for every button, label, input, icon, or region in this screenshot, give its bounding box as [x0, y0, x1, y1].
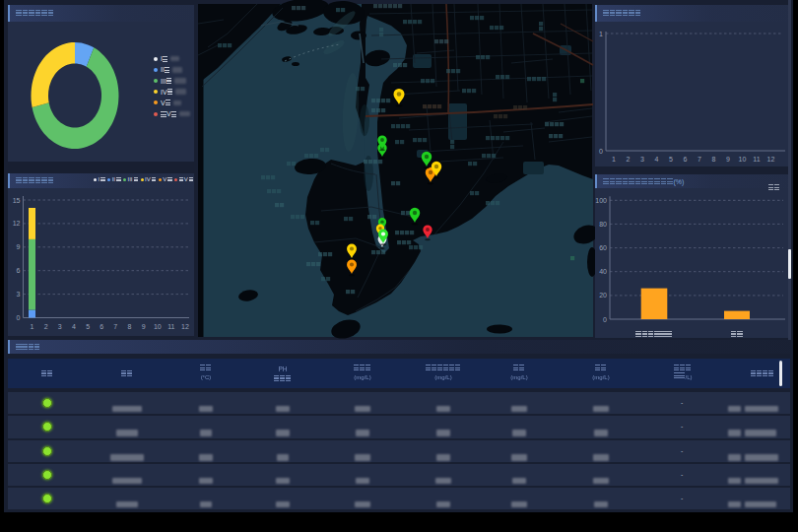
- svg-text:11: 11: [167, 323, 174, 330]
- svg-text:60: 60: [599, 244, 607, 251]
- svg-text:9: 9: [17, 243, 21, 250]
- svg-text:4: 4: [655, 156, 659, 163]
- svg-text:1: 1: [599, 31, 603, 37]
- svg-text:8: 8: [128, 323, 132, 330]
- svg-text:20: 20: [599, 292, 607, 299]
- svg-text:100: 100: [595, 197, 607, 204]
- svg-text:10: 10: [739, 156, 747, 163]
- svg-text:40: 40: [599, 268, 607, 275]
- svg-text:3: 3: [58, 323, 62, 330]
- svg-text:7: 7: [698, 156, 701, 163]
- svg-text:6: 6: [100, 323, 103, 330]
- svg-text:5: 5: [669, 156, 673, 163]
- svg-text:6: 6: [684, 156, 688, 163]
- svg-text:2: 2: [44, 323, 48, 330]
- svg-text:12: 12: [767, 156, 775, 163]
- svg-text:0: 0: [599, 148, 603, 155]
- svg-text:4: 4: [72, 323, 76, 330]
- svg-text:2: 2: [627, 156, 631, 163]
- svg-text:12: 12: [181, 323, 189, 330]
- svg-text:1: 1: [612, 156, 616, 163]
- svg-text:11: 11: [753, 156, 760, 163]
- svg-text:1: 1: [31, 323, 34, 330]
- svg-text:9: 9: [726, 156, 730, 163]
- svg-text:9: 9: [142, 323, 146, 330]
- svg-text:0: 0: [603, 316, 607, 323]
- svg-text:15: 15: [13, 197, 21, 204]
- svg-text:7: 7: [113, 323, 117, 330]
- svg-text:80: 80: [599, 221, 607, 228]
- svg-text:3: 3: [640, 156, 644, 163]
- svg-text:0: 0: [17, 314, 21, 321]
- svg-text:10: 10: [154, 323, 162, 330]
- svg-text:3: 3: [17, 291, 21, 298]
- svg-text:12: 12: [13, 220, 21, 227]
- svg-text:8: 8: [712, 156, 716, 163]
- svg-text:6: 6: [17, 267, 21, 274]
- svg-text:5: 5: [86, 323, 90, 330]
